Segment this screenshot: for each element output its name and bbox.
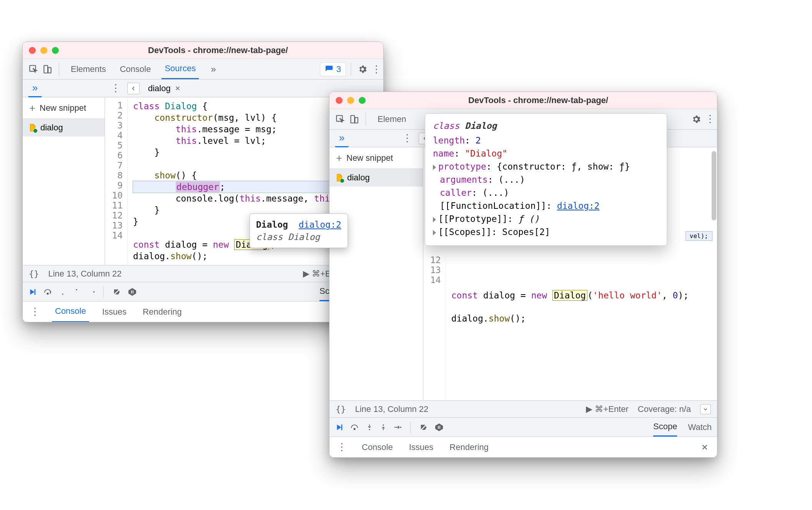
deactivate-breakpoints-button[interactable] bbox=[419, 423, 428, 432]
close-icon[interactable]: × bbox=[175, 83, 180, 93]
step-button[interactable] bbox=[393, 423, 402, 432]
step-into-button[interactable] bbox=[59, 288, 67, 296]
scrollbar-thumb[interactable] bbox=[712, 151, 716, 220]
close-drawer-icon[interactable]: × bbox=[698, 440, 712, 454]
navigator-chevron-icon[interactable]: » bbox=[335, 130, 349, 147]
drawer-tab-rendering[interactable]: Rendering bbox=[446, 437, 492, 457]
drawer-menu-icon[interactable]: ⋮ bbox=[335, 440, 349, 454]
step-out-button[interactable] bbox=[379, 423, 387, 432]
code-content[interactable]: const dialog = new Dialog('hello world',… bbox=[446, 255, 717, 400]
window-title: DevTools - chrome://new-tab-page/ bbox=[366, 95, 711, 105]
popup-row-expandable[interactable]: prototype: {constructor: ƒ, show: ƒ} bbox=[433, 160, 659, 173]
tab-elements[interactable]: Elements bbox=[68, 59, 109, 79]
snippet-item-dialog[interactable]: dialog bbox=[329, 169, 423, 187]
svg-point-7 bbox=[93, 291, 95, 293]
tab-sources[interactable]: Sources bbox=[161, 59, 199, 79]
hover-tooltip: Dialog dialog:2 class Dialog bbox=[250, 213, 348, 248]
drawer-tab-console[interactable]: Console bbox=[359, 437, 396, 458]
svg-rect-8 bbox=[131, 290, 132, 293]
expand-triangle-icon[interactable] bbox=[433, 217, 436, 222]
device-toggle-icon[interactable] bbox=[347, 112, 361, 126]
run-shortcut: ▶ ⌘+Enter bbox=[586, 404, 629, 414]
settings-gear-icon[interactable] bbox=[689, 112, 703, 126]
navigator-sidebar: ＋ New snippet dialog bbox=[23, 97, 105, 265]
new-snippet-button[interactable]: ＋ New snippet bbox=[23, 97, 105, 119]
svg-rect-19 bbox=[439, 426, 440, 429]
drawer-tab-rendering[interactable]: Rendering bbox=[140, 302, 185, 322]
svg-point-16 bbox=[383, 424, 384, 425]
tab-scope[interactable]: Scope bbox=[653, 418, 677, 437]
hover-title: Dialog bbox=[256, 220, 288, 230]
issues-chip[interactable]: 3 bbox=[320, 62, 346, 76]
sidebar-menu-icon[interactable]: ⋮ bbox=[400, 132, 414, 145]
step-over-button[interactable] bbox=[43, 288, 53, 296]
drawer-tab-issues[interactable]: Issues bbox=[406, 437, 437, 457]
resume-button[interactable] bbox=[28, 288, 37, 296]
inspect-element-icon[interactable] bbox=[333, 112, 347, 126]
navigator-chevron-icon[interactable]: » bbox=[28, 80, 42, 97]
code-line: dialog.show(); bbox=[451, 313, 712, 324]
window-minimize-button[interactable] bbox=[347, 97, 354, 104]
kebab-menu-icon[interactable]: ⋮ bbox=[369, 62, 383, 76]
window-title: DevTools - chrome://new-tab-page/ bbox=[59, 45, 377, 55]
window-close-button[interactable] bbox=[29, 47, 36, 54]
coverage-label: Coverage: n/a bbox=[638, 404, 691, 414]
debugger-toolbar: Scope Watch bbox=[329, 417, 717, 437]
new-snippet-label: New snippet bbox=[346, 153, 393, 163]
popup-row: length: 2 bbox=[433, 134, 659, 147]
object-preview-popup[interactable]: class Dialog length: 2 name: "Dialog" pr… bbox=[425, 113, 667, 246]
drawer-menu-icon[interactable]: ⋮ bbox=[28, 305, 42, 319]
coverage-dropdown-icon[interactable] bbox=[700, 404, 711, 414]
pretty-print-button[interactable]: {} bbox=[336, 404, 346, 414]
hover-link[interactable]: dialog:2 bbox=[299, 220, 341, 230]
pause-on-exceptions-button[interactable] bbox=[434, 423, 444, 432]
snippet-item-dialog[interactable]: dialog bbox=[23, 119, 105, 137]
file-tab-dialog[interactable]: dialog × bbox=[144, 82, 184, 95]
device-toggle-icon[interactable] bbox=[40, 62, 54, 76]
pause-on-exceptions-button[interactable] bbox=[128, 287, 137, 297]
svg-rect-12 bbox=[355, 117, 358, 123]
new-snippet-button[interactable]: ＋ New snippet bbox=[329, 147, 423, 169]
svg-point-14 bbox=[354, 428, 355, 430]
step-over-button[interactable] bbox=[349, 423, 359, 432]
function-location-link[interactable]: dialog:2 bbox=[557, 201, 600, 211]
popup-row: arguments: (...) bbox=[433, 173, 659, 186]
inspect-element-icon[interactable] bbox=[27, 62, 40, 76]
sidebar-menu-icon[interactable]: ⋮ bbox=[109, 82, 123, 95]
titlebar: DevTools - chrome://new-tab-page/ bbox=[329, 92, 717, 109]
expand-triangle-icon[interactable] bbox=[433, 230, 436, 235]
issues-count: 3 bbox=[336, 64, 341, 74]
drawer-tab-console[interactable]: Console bbox=[52, 302, 89, 322]
navigator-sidebar: ＋ New snippet dialog bbox=[329, 147, 423, 400]
drawer-tab-issues[interactable]: Issues bbox=[99, 302, 130, 322]
tab-elements-truncated[interactable]: Elemen bbox=[374, 109, 409, 129]
titlebar: DevTools - chrome://new-tab-page/ bbox=[23, 42, 383, 59]
expand-triangle-icon[interactable] bbox=[433, 165, 436, 170]
popup-row: [[FunctionLocation]]: dialog:2 bbox=[433, 199, 659, 212]
pretty-print-button[interactable]: {} bbox=[29, 269, 39, 278]
history-back-button[interactable] bbox=[127, 83, 140, 94]
cursor-position: Line 13, Column 22 bbox=[355, 404, 429, 414]
window-zoom-button[interactable] bbox=[359, 97, 366, 104]
settings-gear-icon[interactable] bbox=[356, 62, 369, 76]
kebab-menu-icon[interactable]: ⋮ bbox=[703, 112, 717, 126]
popup-row-expandable[interactable]: [[Prototype]]: ƒ () bbox=[433, 212, 659, 225]
svg-rect-3 bbox=[35, 289, 36, 295]
window-close-button[interactable] bbox=[336, 97, 343, 104]
step-out-button[interactable] bbox=[73, 288, 80, 296]
window-zoom-button[interactable] bbox=[52, 47, 59, 54]
tab-watch[interactable]: Watch bbox=[688, 418, 712, 437]
more-tabs-chevron-icon[interactable]: » bbox=[206, 62, 220, 76]
code-line bbox=[451, 267, 712, 278]
svg-point-15 bbox=[369, 429, 370, 430]
snippet-file-icon bbox=[28, 123, 37, 132]
window-minimize-button[interactable] bbox=[40, 47, 47, 54]
resume-button[interactable] bbox=[335, 423, 343, 432]
tab-console[interactable]: Console bbox=[117, 59, 154, 79]
step-button[interactable] bbox=[87, 288, 95, 296]
popup-row-expandable[interactable]: [[Scopes]]: Scopes[2] bbox=[433, 225, 659, 238]
step-into-button[interactable] bbox=[366, 423, 373, 432]
svg-rect-13 bbox=[341, 424, 343, 430]
deactivate-breakpoints-button[interactable] bbox=[112, 288, 121, 296]
new-snippet-label: New snippet bbox=[40, 103, 86, 113]
